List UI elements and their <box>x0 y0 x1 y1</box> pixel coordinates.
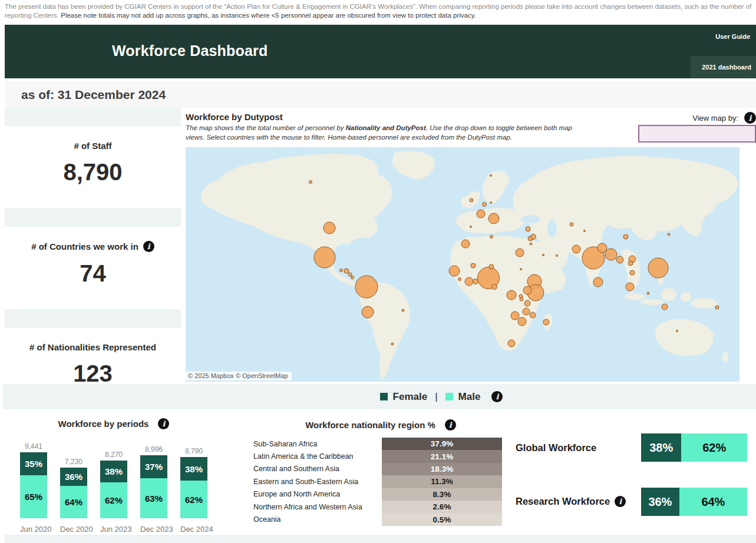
map-bubble[interactable] <box>490 236 493 239</box>
period-bar-jun-2023[interactable]: 8,27038%62% <box>100 451 127 518</box>
period-bar-dec-2023[interactable]: 8,99637%63% <box>140 445 167 518</box>
map-bubble[interactable] <box>518 317 526 326</box>
map-bubble[interactable] <box>556 255 558 257</box>
map-bubble[interactable] <box>507 290 516 300</box>
map-bubble[interactable] <box>351 276 354 279</box>
map-bubble[interactable] <box>461 240 470 248</box>
map-bubble[interactable] <box>623 234 628 239</box>
male-segment[interactable]: 62% <box>100 482 127 518</box>
map-bubble[interactable] <box>490 175 492 177</box>
map-bubble[interactable] <box>647 292 649 294</box>
view-map-by-dropdown[interactable] <box>638 125 756 143</box>
map-bubble[interactable] <box>348 273 352 276</box>
map-bubble[interactable] <box>523 286 531 294</box>
map-bubble[interactable] <box>530 243 532 245</box>
world-map[interactable]: © 2025 Mapbox © OpenStreetMap <box>186 147 740 382</box>
map-bubble[interactable] <box>597 243 607 253</box>
female-segment[interactable]: 38% <box>100 461 127 482</box>
table-row[interactable]: Oceania0.5% <box>253 513 508 525</box>
map-bubble[interactable] <box>470 198 473 202</box>
map-bubble[interactable] <box>520 297 523 301</box>
table-row[interactable]: Central and Southern Asia18.3% <box>253 463 508 475</box>
staff-count-label: # of Staff <box>5 141 181 151</box>
male-segment[interactable]: 62% <box>681 433 747 462</box>
dashboard-2021-button[interactable]: 2021 dashboard <box>691 56 756 78</box>
period-bar-jun-2020[interactable]: 9,44135%65% <box>20 442 47 518</box>
female-segment[interactable]: 35% <box>20 452 47 475</box>
research-workforce-info-icon[interactable]: i <box>615 496 626 507</box>
research-workforce-bar[interactable]: 36%64% <box>641 488 747 516</box>
map-bubble[interactable] <box>516 249 524 257</box>
map-bubble[interactable] <box>492 284 497 290</box>
map-bubble[interactable] <box>362 306 374 318</box>
map-bubble[interactable] <box>676 330 678 332</box>
map-bubble[interactable] <box>508 340 515 347</box>
map-bubble[interactable] <box>530 312 536 318</box>
map-bubble[interactable] <box>605 249 617 260</box>
table-row[interactable]: Europe and North America8.3% <box>253 488 508 501</box>
countries-info-icon[interactable]: i <box>143 241 154 252</box>
female-segment[interactable]: 38% <box>641 433 681 462</box>
table-row[interactable]: Sub-Saharan Africa37.9% <box>253 438 508 450</box>
map-bubble[interactable] <box>523 308 530 315</box>
map-bubble[interactable] <box>593 277 603 287</box>
table-row[interactable]: Latin America & the Caribbean21.1% <box>253 450 508 462</box>
table-row[interactable]: Eastern and South-Eastern Asia11.3% <box>253 475 508 488</box>
map-bubble[interactable] <box>355 276 378 298</box>
male-segment[interactable]: 64% <box>679 488 747 516</box>
map-bubble[interactable] <box>471 263 476 268</box>
map-bubble[interactable] <box>543 254 544 256</box>
map-bubble[interactable] <box>470 226 472 228</box>
map-bubble[interactable] <box>648 258 668 278</box>
regions-info-icon[interactable]: i <box>445 419 456 431</box>
map-bubble[interactable] <box>628 261 633 266</box>
map-bubble[interactable] <box>570 223 573 226</box>
female-segment[interactable]: 38% <box>180 457 207 481</box>
global-workforce-bar[interactable]: 38%62% <box>641 433 747 462</box>
female-segment[interactable]: 37% <box>140 455 167 478</box>
male-segment[interactable]: 64% <box>60 486 87 518</box>
map-bubble[interactable] <box>572 245 580 253</box>
table-row[interactable]: Northern Africa and Western Asia2.6% <box>253 501 508 513</box>
map-bubble[interactable] <box>314 247 335 268</box>
map-bubble[interactable] <box>626 283 634 291</box>
map-bubble[interactable] <box>344 269 349 273</box>
map-bubble[interactable] <box>520 269 522 270</box>
legend-info-icon[interactable]: i <box>491 391 503 402</box>
map-bubble[interactable] <box>524 300 530 306</box>
map-bubble[interactable] <box>511 312 519 320</box>
female-segment[interactable]: 36% <box>641 488 679 516</box>
map-bubble[interactable] <box>489 264 494 269</box>
periods-info-icon[interactable]: i <box>158 418 169 429</box>
female-segment[interactable]: 36% <box>60 468 87 486</box>
map-bubble[interactable] <box>309 181 312 184</box>
male-segment[interactable]: 62% <box>180 481 207 518</box>
map-bubble[interactable] <box>449 266 460 276</box>
map-bubble[interactable] <box>630 270 635 275</box>
map-bubble[interactable] <box>531 234 536 240</box>
user-guide-button[interactable]: User Guide <box>715 33 750 40</box>
map-bubble[interactable] <box>473 279 478 284</box>
map-bubble[interactable] <box>668 233 670 236</box>
map-bubble[interactable] <box>526 227 530 231</box>
map-bubble[interactable] <box>465 277 473 286</box>
period-bar-dec-2024[interactable]: 8,79038%62% <box>180 447 207 518</box>
map-bubble[interactable] <box>483 203 487 207</box>
period-bar-dec-2020[interactable]: 7,23036%64% <box>60 458 87 518</box>
map-bubble[interactable] <box>458 278 461 281</box>
map-bubble[interactable] <box>715 306 719 309</box>
map-bubble[interactable] <box>477 210 485 218</box>
map-bubble[interactable] <box>391 343 394 345</box>
map-bubble[interactable] <box>323 222 335 234</box>
map-bubble[interactable] <box>490 202 492 204</box>
map-bubble[interactable] <box>662 304 668 310</box>
map-bubble[interactable] <box>340 269 343 272</box>
map-bubble[interactable] <box>402 309 404 312</box>
map-bubble[interactable] <box>584 230 586 232</box>
map-bubble[interactable] <box>488 213 499 224</box>
male-segment[interactable]: 63% <box>140 478 167 518</box>
map-bubble[interactable] <box>543 319 549 325</box>
map-bubble[interactable] <box>616 256 623 263</box>
male-segment[interactable]: 65% <box>20 475 47 518</box>
view-map-by-info-icon[interactable]: i <box>744 112 756 124</box>
